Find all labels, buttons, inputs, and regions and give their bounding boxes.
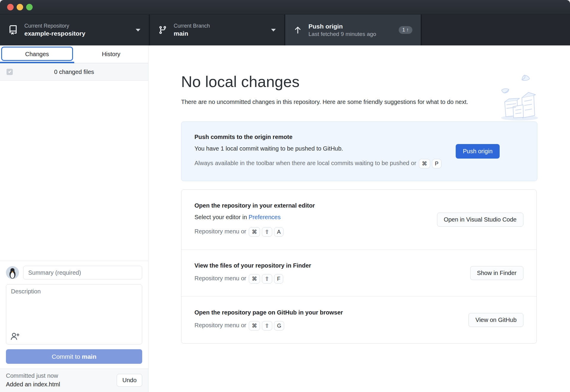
tab-history[interactable]: History — [74, 45, 148, 63]
push-commits-card: Push commits to the origin remote You ha… — [181, 121, 537, 181]
tab-changes[interactable]: Changes — [0, 45, 74, 63]
select-all-checkbox[interactable] — [7, 69, 13, 75]
sidebar-tabbar: Changes History — [0, 45, 148, 63]
window-controls — [7, 4, 33, 10]
suggestion-title: Open the repository in your external edi… — [194, 202, 437, 209]
suggestion-view-on-github: Open the repository page on GitHub in yo… — [181, 296, 536, 343]
arrow-up-icon — [294, 26, 302, 34]
toolbar: Current Repository example-respository C… — [0, 15, 570, 45]
preferences-link[interactable]: Preferences — [248, 214, 281, 220]
commit-status-text: Committed just now — [6, 372, 60, 379]
commit-button-branch: main — [82, 353, 96, 360]
changed-files-header: 0 changed files — [0, 63, 148, 81]
suggestion-open-editor: Open the repository in your external edi… — [181, 190, 536, 249]
open-in-editor-button[interactable]: Open in Visual Studio Code — [437, 213, 523, 227]
app-window: Current Repository example-respository C… — [0, 0, 570, 392]
page-subtitle: There are no uncommitted changes in this… — [181, 97, 487, 107]
close-window-button[interactable] — [7, 4, 14, 10]
chevron-down-icon — [271, 29, 276, 31]
cmd-key: ⌘ — [249, 321, 260, 331]
shift-key: ⇧ — [262, 227, 272, 237]
toolbar-empty-area — [422, 15, 570, 45]
a-key: A — [274, 227, 284, 237]
chevron-down-icon — [136, 29, 140, 31]
branch-label: Current Branch — [174, 23, 210, 29]
add-co-author-icon[interactable] — [10, 332, 19, 341]
suggestion-shortcut: Repository menu or ⌘⇧A — [194, 226, 437, 237]
repository-switcher[interactable]: Current Repository example-respository — [0, 15, 149, 45]
changed-files-count: 0 changed files — [54, 69, 94, 75]
undo-button[interactable]: Undo — [117, 374, 142, 387]
sidebar: Changes History 0 changed files — [0, 45, 148, 392]
suggestion-shortcut: Repository menu or ⌘⇧G — [194, 320, 468, 331]
badge-arrow-up-icon: ↑ — [406, 27, 409, 33]
changed-files-list — [0, 81, 148, 261]
push-origin-button[interactable]: Push origin — [456, 144, 500, 159]
commit-button[interactable]: Commit to main — [6, 349, 142, 364]
repository-name: example-respository — [24, 30, 85, 37]
suggestion-description: Select your editor in Preferences — [194, 212, 437, 222]
page-title: No local changes — [181, 73, 537, 91]
summary-input[interactable] — [23, 266, 142, 279]
tab-changes-label: Changes — [25, 51, 49, 58]
push-card-title: Push commits to the origin remote — [194, 134, 456, 140]
repository-label: Current Repository — [24, 23, 85, 29]
zoom-window-button[interactable] — [26, 4, 33, 10]
commit-button-prefix: Commit to — [52, 353, 80, 360]
push-origin-subtitle: Last fetched 9 minutes ago — [308, 31, 376, 37]
f-key: F — [274, 274, 283, 284]
suggestion-title: Open the repository page on GitHub in yo… — [194, 309, 468, 316]
p-key: P — [432, 159, 441, 168]
suggestion-show-in-finder: View the files of your repository in Fin… — [181, 249, 536, 296]
blankslate-illustration — [499, 72, 540, 123]
last-commit-message: Added an index.html — [6, 381, 60, 388]
description-input[interactable] — [6, 284, 142, 329]
commit-form: Commit to main — [0, 261, 148, 369]
cmd-key: ⌘ — [419, 159, 430, 168]
push-count: 1 — [402, 27, 405, 33]
view-on-github-button[interactable]: View on GitHub — [468, 313, 523, 327]
avatar — [6, 266, 19, 279]
main-content: No local changes There are no uncommitte… — [148, 45, 570, 392]
tab-history-label: History — [102, 51, 120, 58]
shift-key: ⇧ — [262, 274, 272, 284]
show-in-finder-button[interactable]: Show in Finder — [470, 266, 523, 280]
undo-bar: Committed just now Added an index.html U… — [0, 369, 148, 392]
cmd-key: ⌘ — [249, 274, 260, 284]
push-origin-toolbar-button[interactable]: Push origin Last fetched 9 minutes ago 1… — [285, 15, 421, 45]
minimize-window-button[interactable] — [17, 4, 23, 10]
suggestions-list: Open the repository in your external edi… — [181, 189, 537, 344]
suggestion-title: View the files of your repository in Fin… — [194, 262, 470, 269]
branch-name: main — [174, 30, 210, 37]
push-card-description: You have 1 local commit waiting to be pu… — [194, 143, 456, 154]
repo-icon — [8, 25, 18, 35]
push-count-badge: 1↑ — [399, 26, 412, 34]
check-icon — [8, 70, 11, 73]
cmd-key: ⌘ — [249, 227, 260, 237]
shift-key: ⇧ — [262, 321, 272, 331]
titlebar — [0, 0, 570, 15]
g-key: G — [274, 321, 284, 331]
push-origin-title: Push origin — [308, 23, 376, 30]
description-box — [6, 284, 142, 344]
branch-switcher[interactable]: Current Branch main — [150, 15, 284, 45]
git-branch-icon — [158, 26, 167, 34]
push-card-hint: Always available in the toolbar when the… — [194, 157, 447, 169]
suggestion-shortcut: Repository menu or ⌘⇧F — [194, 273, 470, 284]
